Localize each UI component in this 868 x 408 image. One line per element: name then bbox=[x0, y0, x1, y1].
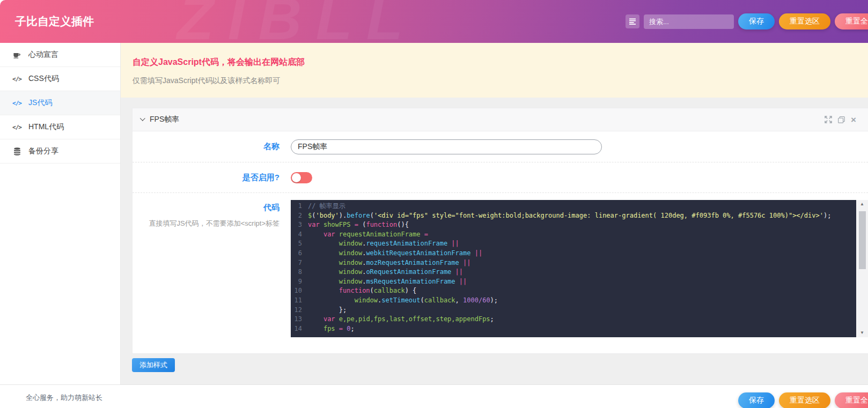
scrollbar-thumb[interactable] bbox=[859, 211, 866, 269]
sidebar-item-html-code[interactable]: </> HTML代码 bbox=[0, 115, 120, 139]
scroll-up-button[interactable]: ▲ bbox=[856, 200, 868, 209]
notice-banner: 自定义JavaScript代码，将会输出在网站底部 仅需填写JavaScript… bbox=[121, 43, 868, 98]
name-label: 名称 bbox=[263, 142, 279, 151]
notice-subtitle: 仅需填写JavaScript代码以及该样式名称即可 bbox=[133, 76, 855, 86]
code-label: 代码 bbox=[263, 203, 279, 212]
sidebar: 心动宣言 </> CSS代码 </> JS代码 </> HTML代码 备份分享 bbox=[0, 43, 121, 384]
search-input[interactable] bbox=[644, 14, 734, 29]
code-line: 12 }; bbox=[291, 306, 856, 315]
notice-title: 自定义JavaScript代码，将会输出在网站底部 bbox=[133, 57, 855, 68]
code-icon: </> bbox=[12, 124, 22, 131]
database-icon bbox=[12, 147, 22, 155]
save-button[interactable]: 保存 bbox=[738, 13, 775, 29]
code-editor-area[interactable]: 1// 帧率显示2$('body').before('<div id="fps"… bbox=[291, 200, 856, 337]
style-panel: FPS帧率 × 名称 bbox=[132, 108, 868, 354]
add-style-button[interactable]: 添加样式 bbox=[132, 358, 175, 372]
code-hint: 直接填写JS代码，不需要添加<script>标签 bbox=[133, 218, 279, 229]
code-line: 3var showFPS = (function(){ bbox=[291, 220, 856, 230]
panel-actions: × bbox=[825, 115, 859, 124]
chevron-down-icon bbox=[140, 116, 145, 121]
copy-icon bbox=[838, 116, 845, 123]
expand-icon bbox=[825, 116, 832, 123]
code-row: 代码 直接填写JS代码，不需要添加<script>标签 1// 帧率显示2$('… bbox=[133, 193, 868, 353]
close-button[interactable]: × bbox=[851, 115, 856, 124]
sidebar-item-declaration[interactable]: 心动宣言 bbox=[0, 43, 120, 67]
enable-toggle[interactable] bbox=[291, 172, 312, 183]
page: ZIBLL 子比自定义插件 保存 重置选区 重置全部 心动宣言 </> CSS代… bbox=[0, 0, 868, 408]
footer-text: 全心服务，助力萌新站长 bbox=[26, 393, 102, 403]
sidebar-item-css-code[interactable]: </> CSS代码 bbox=[0, 67, 120, 91]
list-icon-button[interactable] bbox=[626, 14, 639, 28]
code-line: 2$('body').before('<div id="fps" style="… bbox=[291, 211, 856, 221]
app-header: ZIBLL 子比自定义插件 保存 重置选区 重置全部 bbox=[0, 0, 868, 43]
code-line: 9 window.msRequestAnimationFrame || bbox=[291, 277, 856, 287]
footer-save-button[interactable]: 保存 bbox=[738, 392, 775, 408]
list-icon bbox=[629, 18, 636, 25]
code-editor: 1// 帧率显示2$('body').before('<div id="fps"… bbox=[291, 200, 868, 337]
main-area: 心动宣言 </> CSS代码 </> JS代码 </> HTML代码 备份分享 … bbox=[0, 43, 868, 384]
footer: 全心服务，助力萌新站长 保存 重置选区 重置全部 bbox=[0, 384, 868, 408]
copy-button[interactable] bbox=[838, 116, 845, 123]
sidebar-item-backup-share[interactable]: 备份分享 bbox=[0, 139, 120, 164]
code-line: 10 function(callback) { bbox=[291, 286, 856, 296]
content: 自定义JavaScript代码，将会输出在网站底部 仅需填写JavaScript… bbox=[121, 43, 868, 384]
footer-toolbar: 保存 重置选区 重置全部 bbox=[738, 392, 868, 408]
code-line: 7 window.mozRequestAnimationFrame || bbox=[291, 258, 856, 268]
name-row: 名称 bbox=[133, 131, 868, 162]
header-toolbar: 保存 重置选区 重置全部 bbox=[626, 13, 868, 29]
watermark: ZIBLL bbox=[177, 0, 417, 43]
code-line: 14 fps = 0; bbox=[291, 324, 856, 334]
reset-selection-button[interactable]: 重置选区 bbox=[779, 13, 830, 29]
code-line: 1// 帧率显示 bbox=[291, 202, 856, 211]
code-icon: </> bbox=[12, 76, 22, 83]
close-icon: × bbox=[851, 115, 856, 124]
editor-scrollbar[interactable]: ▲ ▼ bbox=[856, 200, 868, 337]
cup-icon bbox=[12, 51, 22, 59]
code-line: 8 window.oRequestAnimationFrame || bbox=[291, 268, 856, 277]
code-line: 13 var e,pe,pid,fps,last,offset,step,app… bbox=[291, 315, 856, 324]
page-title: 子比自定义插件 bbox=[15, 14, 94, 29]
enable-row: 是否启用? bbox=[133, 162, 868, 193]
code-line: 11 window.setTimeout(callback, 1000/60); bbox=[291, 296, 856, 306]
reset-all-button[interactable]: 重置全部 bbox=[835, 13, 868, 29]
footer-reset-all-button[interactable]: 重置全部 bbox=[835, 392, 868, 408]
panel-title: FPS帧率 bbox=[150, 115, 179, 124]
name-input[interactable] bbox=[291, 139, 602, 154]
sidebar-item-js-code[interactable]: </> JS代码 bbox=[0, 91, 120, 115]
code-line: 6 window.webkitRequestAnimationFrame || bbox=[291, 249, 856, 258]
footer-reset-selection-button[interactable]: 重置选区 bbox=[779, 392, 830, 408]
enable-label: 是否启用? bbox=[242, 173, 279, 182]
scroll-down-button[interactable]: ▼ bbox=[856, 329, 868, 337]
toggle-knob bbox=[292, 173, 301, 182]
code-line: 4 var requestAnimationFrame = bbox=[291, 230, 856, 240]
panel-header[interactable]: FPS帧率 × bbox=[133, 108, 868, 131]
code-line: 5 window.requestAnimationFrame || bbox=[291, 239, 856, 249]
code-icon: </> bbox=[12, 100, 22, 107]
expand-button[interactable] bbox=[825, 116, 832, 123]
